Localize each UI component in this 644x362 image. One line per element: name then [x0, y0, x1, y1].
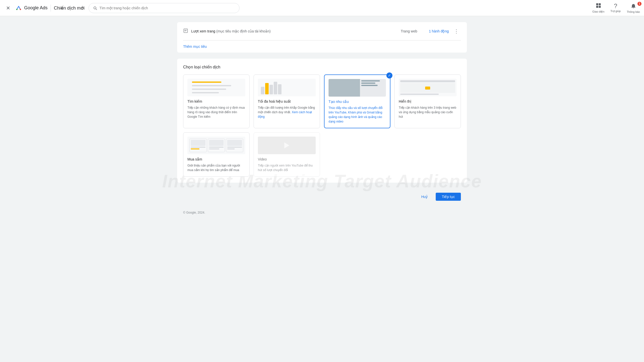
campaign-card-performance[interactable]: Tối đa hoá hiệu suất Tiếp cận đối tượng …: [254, 74, 320, 128]
svg-point-0: [16, 5, 22, 11]
search-card-desc: Tiếp cận những khách hàng có ý định mua …: [187, 105, 245, 119]
svg-point-1: [16, 9, 17, 10]
cancel-button[interactable]: Huỷ: [417, 193, 432, 201]
objective-title: Lượt xem trang (mục tiêu mặc định của tà…: [191, 29, 398, 33]
objective-subtitle: (mục tiêu mặc định của tài khoản): [216, 29, 271, 33]
topnav-left: ✕ Google Ads Chiến dịch mới: [4, 4, 85, 12]
main-content: Lượt xem trang (mục tiêu mặc định của tà…: [171, 16, 473, 224]
nav-divider: [51, 5, 51, 12]
objective-info: Lượt xem trang (mục tiêu mặc định của tà…: [191, 29, 398, 33]
objective-type: Trang web: [401, 29, 426, 33]
help-button[interactable]: ? Trợ giúp: [611, 3, 621, 13]
notifications-icon: [630, 3, 636, 10]
display-thumb: [399, 79, 457, 96]
google-ads-icon: [15, 5, 22, 12]
page-title: Chiến dịch mới: [54, 5, 85, 11]
search-thumb: [187, 79, 245, 96]
campaign-card-display[interactable]: Hiển thị Tiếp cận khách hàng trên 3 triệ…: [394, 74, 461, 128]
add-goal-button[interactable]: Thêm mục tiêu: [183, 41, 461, 49]
topnav-right: Giao diện ? Trợ giúp 1 Thông báo: [592, 3, 640, 13]
display-card-name: Hiển thị: [399, 99, 457, 103]
campaign-card-search[interactable]: Tìm kiếm Tiếp cận những khách hàng có ý …: [183, 74, 250, 128]
footer-actions: Huỷ Tiếp tục: [177, 189, 467, 205]
objective-actions-link[interactable]: 1 hành động: [429, 29, 449, 33]
search-input[interactable]: [99, 6, 235, 10]
notifications-badge: 1: [637, 2, 641, 6]
search-card-name: Tìm kiếm: [187, 99, 245, 103]
help-icon: ?: [614, 3, 617, 9]
selected-checkmark: ✓: [386, 72, 392, 78]
continue-button[interactable]: Tiếp tục: [436, 193, 461, 201]
svg-rect-6: [599, 6, 601, 8]
svg-rect-7: [184, 29, 188, 32]
copyright: © Google, 2024.: [177, 209, 467, 218]
shopping-card-name: Mua sắm: [187, 157, 245, 161]
interface-icon: [595, 3, 601, 10]
perf-thumb: [258, 79, 316, 96]
campaign-card-shopping[interactable]: Mua sắm Giới thiệu sản phẩm của bạn với …: [183, 132, 250, 177]
svg-rect-4: [599, 3, 601, 5]
campaign-type-card: Chọn loại chiến dịch: [177, 59, 467, 183]
objective-row: Lượt xem trang (mục tiêu mặc định của tà…: [183, 22, 461, 41]
google-ads-logo: Google Ads: [15, 5, 48, 12]
video-card-name: Video: [258, 157, 316, 161]
objective-card: Lượt xem trang (mục tiêu mặc định của tà…: [177, 22, 467, 53]
shopping-thumb: [187, 137, 245, 154]
help-label: Trợ giúp: [611, 10, 621, 13]
demand-card-name: Tạo nhu cầu: [329, 100, 386, 104]
notifications-button[interactable]: 1 Thông báo: [627, 3, 640, 13]
interface-button[interactable]: Giao diện: [592, 3, 605, 13]
campaign-grid-top: Tìm kiếm Tiếp cận những khách hàng có ý …: [183, 74, 461, 128]
campaign-grid-bottom: Mua sắm Giới thiệu sản phẩm của bạn với …: [183, 132, 461, 177]
perf-card-name: Tối đa hoá hiệu suất: [258, 99, 316, 103]
close-button[interactable]: ✕: [4, 4, 12, 12]
campaign-card-video[interactable]: Video Tiếp cận người xem trên YouTube để…: [254, 132, 320, 177]
objective-icon: [183, 28, 188, 34]
video-thumb: [258, 137, 316, 154]
demand-thumb: [329, 79, 386, 97]
svg-rect-5: [596, 6, 598, 8]
search-icon: [93, 6, 97, 10]
search-bar[interactable]: [89, 3, 239, 13]
topnav: ✕ Google Ads Chiến dịch mới: [0, 0, 644, 16]
video-card-desc: Tiếp cận người xem trên YouTube để thu h…: [258, 163, 316, 172]
interface-label: Giao diện: [592, 10, 605, 13]
campaign-section-title: Chọn loại chiến dịch: [183, 65, 461, 69]
display-card-desc: Tiếp cận khách hàng trên 3 triệu trang w…: [399, 105, 457, 119]
campaign-card-demand-gen[interactable]: ✓ Tạo nhu cầu Thúc đẩy nhu cầu và số lượ…: [324, 74, 390, 128]
perf-card-desc: Tiếp cận đối tượng trên khắp Google bằng…: [258, 105, 316, 119]
svg-point-2: [20, 9, 21, 10]
shopping-card-desc: Giới thiệu sản phẩm của bạn với người mu…: [187, 163, 245, 172]
notifications-label: Thông báo: [627, 10, 640, 13]
objective-more-button[interactable]: ⋮: [452, 27, 461, 35]
demand-card-desc: Thúc đẩy nhu cầu và số lượt chuyển đổi t…: [329, 106, 386, 124]
search-mockup: [190, 80, 243, 95]
brand-name: Google Ads: [24, 5, 48, 11]
svg-rect-3: [596, 3, 598, 5]
